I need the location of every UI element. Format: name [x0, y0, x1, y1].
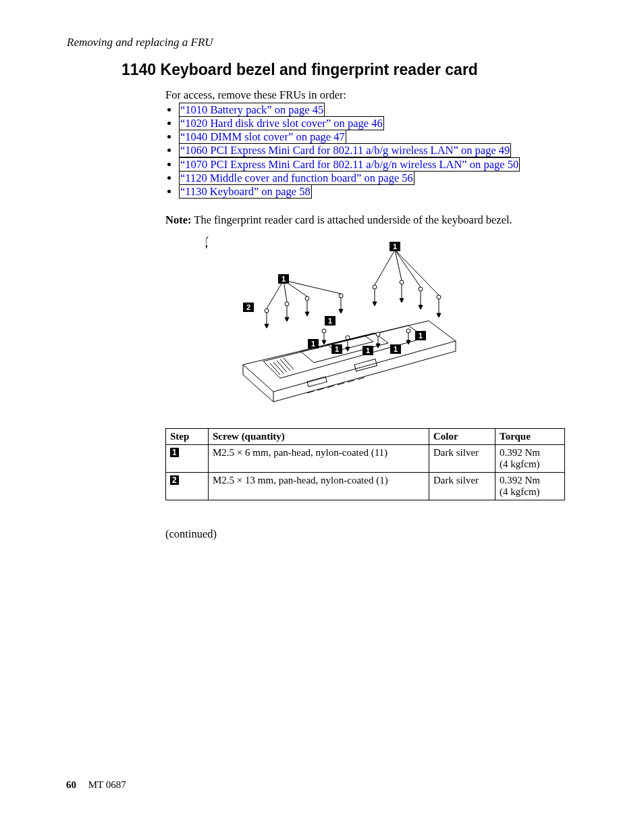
screw-table: Step Screw (quantity) Color Torque 1 M2.…	[165, 428, 565, 500]
section-title: 1140 Keyboard bezel and fingerprint read…	[122, 61, 567, 79]
svg-line-32	[267, 280, 284, 309]
svg-text:1: 1	[328, 317, 332, 325]
svg-point-6	[285, 302, 289, 306]
fru-link[interactable]: “1130 Keyboard” on page 58	[179, 184, 312, 199]
svg-text:1: 1	[281, 275, 286, 283]
col-torque: Torque	[495, 428, 565, 444]
svg-point-26	[406, 329, 410, 333]
col-step: Step	[166, 428, 209, 444]
svg-text:1: 1	[335, 345, 339, 353]
list-item: “1020 Hard disk drive slot cover” on pag…	[179, 117, 567, 130]
svg-point-8	[305, 296, 309, 301]
figure-callout-1-icon: 1	[308, 339, 319, 348]
svg-point-20	[322, 329, 326, 333]
figure-callout-1-icon: 1	[363, 346, 373, 355]
page: Removing and replacing a FRU 1140 Keyboa…	[0, 0, 644, 834]
page-number: 60	[66, 779, 76, 790]
list-item: “1070 PCI Express Mini Card for 802.11 a…	[179, 158, 567, 172]
svg-point-4	[265, 309, 269, 313]
intro-text: For access, remove these FRUs in order:	[165, 88, 567, 102]
svg-text:1: 1	[419, 332, 423, 340]
note-text: The fingerprint reader card is attached …	[191, 213, 512, 226]
list-item: “1040 DIMM slot cover” on page 47	[179, 130, 567, 144]
main-content: 1140 Keyboard bezel and fingerprint read…	[122, 61, 567, 541]
svg-text:1: 1	[366, 346, 370, 355]
continued-label: (continued)	[165, 527, 567, 541]
list-item: “1130 Keyboard” on page 58	[179, 185, 567, 199]
svg-point-12	[373, 285, 377, 289]
svg-line-35	[284, 280, 341, 294]
figure-callout-1-icon: 1	[390, 344, 401, 354]
figure-callout-2-icon: 2	[243, 303, 254, 312]
col-screw: Screw (quantity)	[209, 428, 429, 444]
svg-point-10	[339, 294, 343, 298]
cell-color: Dark silver	[429, 444, 495, 472]
running-head: Removing and replacing a FRU	[67, 36, 213, 49]
note-label: Note:	[165, 213, 191, 226]
svg-text:1: 1	[393, 242, 397, 251]
figure-callout-1-icon: 1	[415, 331, 426, 340]
svg-point-18	[437, 295, 441, 299]
page-footer: 60 MT 0687	[66, 779, 126, 791]
fru-link[interactable]: “1020 Hard disk drive slot cover” on pag…	[179, 116, 384, 130]
step-callout-icon: 2	[170, 475, 179, 485]
list-item: “1010 Battery pack” on page 45	[179, 103, 567, 117]
cell-step: 1	[166, 444, 209, 472]
svg-rect-0	[354, 359, 377, 371]
cell-step: 2	[166, 472, 209, 500]
col-color: Color	[429, 428, 495, 444]
fru-link[interactable]: “1010 Battery pack” on page 45	[179, 103, 325, 117]
table-header-row: Step Screw (quantity) Color Torque	[166, 428, 565, 444]
note: Note: The fingerprint reader card is att…	[165, 213, 567, 227]
list-item: “1120 Middle cover and function board” o…	[179, 172, 567, 185]
fru-link[interactable]: “1070 PCI Express Mini Card for 802.11 a…	[179, 157, 520, 172]
svg-point-2	[206, 236, 208, 238]
fru-link[interactable]: “1120 Middle cover and function board” o…	[179, 171, 414, 185]
figure-callout-1-icon: 1	[331, 344, 342, 354]
svg-text:1: 1	[311, 340, 315, 348]
table-row: 2 M2.5 × 13 mm, pan-head, nylon-coated (…	[166, 472, 565, 500]
svg-line-28	[375, 250, 395, 285]
svg-text:2: 2	[246, 303, 250, 311]
svg-point-24	[376, 332, 380, 336]
cell-screw: M2.5 × 13 mm, pan-head, nylon-coated (1)	[209, 472, 429, 500]
cell-color: Dark silver	[429, 472, 495, 500]
svg-text:1: 1	[394, 345, 398, 353]
svg-point-22	[346, 336, 350, 340]
figure-keyboard-bezel: 1 1 2 1 1 1	[206, 236, 483, 412]
figure-callout-1-icon: 1	[390, 242, 400, 251]
step-callout-icon: 1	[170, 448, 179, 457]
doc-id: MT 0687	[88, 779, 126, 790]
fru-prerequisite-list: “1010 Battery pack” on page 45 “1020 Har…	[165, 103, 567, 199]
cell-torque: 0.392 Nm(4 kgfcm)	[495, 472, 565, 500]
table-row: 1 M2.5 × 6 mm, pan-head, nylon-coated (1…	[166, 444, 565, 472]
svg-point-16	[419, 287, 423, 291]
figure-callout-1-icon: 1	[325, 316, 336, 325]
fru-link[interactable]: “1060 PCI Express Mini Card for 802.11 a…	[179, 143, 511, 157]
cell-screw: M2.5 × 6 mm, pan-head, nylon-coated (11)	[209, 444, 429, 472]
cell-torque: 0.392 Nm(4 kgfcm)	[495, 444, 565, 472]
figure-callout-1-icon: 1	[278, 274, 289, 284]
fru-link[interactable]: “1040 DIMM slot cover” on page 47	[179, 130, 346, 144]
svg-point-14	[400, 280, 404, 284]
list-item: “1060 PCI Express Mini Card for 802.11 a…	[179, 144, 567, 157]
